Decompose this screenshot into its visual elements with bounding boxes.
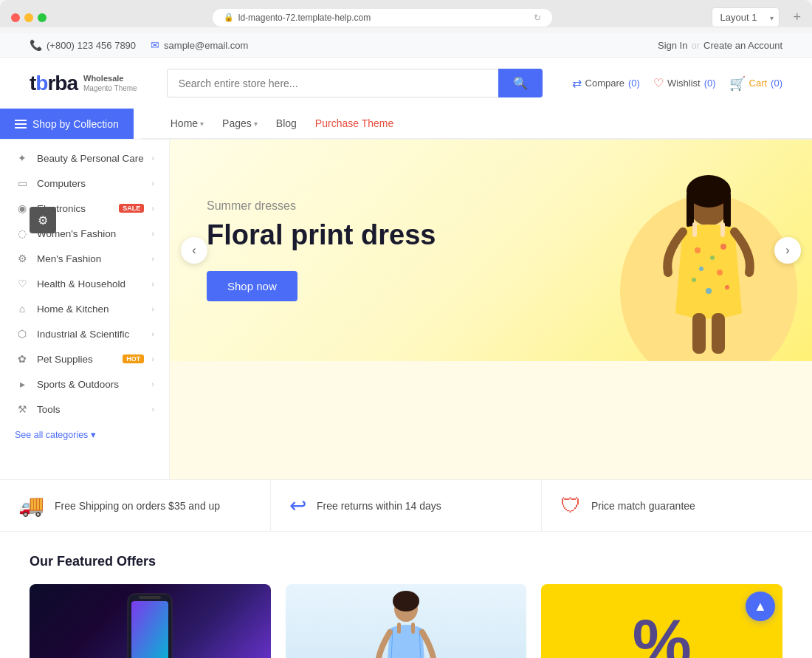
browser-chrome: 🔒 ld-magento-72.template-help.com ↻ Layo… (0, 0, 812, 27)
top-bar-left: 📞 (+800) 123 456 7890 ✉ sample@email.com (30, 39, 248, 51)
sidebar-item-health[interactable]: ♡ Health & Household › (0, 271, 169, 296)
scroll-to-top-button[interactable]: ▲ (746, 592, 775, 621)
slider-prev-button[interactable]: ‹ (181, 237, 207, 264)
tools-icon: ⚒ (15, 403, 30, 415)
featured-card-deals[interactable]: % Shop Today's Deals (541, 584, 782, 658)
search-input[interactable] (167, 69, 498, 97)
compare-label: Compare (585, 78, 625, 89)
shipping-text: Free Shipping on orders $35 and up (55, 500, 220, 512)
nav-purchase-theme[interactable]: Purchase Theme (315, 109, 393, 138)
nav-home[interactable]: Home ▾ (171, 109, 204, 138)
sidebar-item-computers[interactable]: ▭ Computers › (0, 171, 169, 196)
shield-icon: 🛡 (560, 493, 581, 518)
sidebar-item-womens-fashion[interactable]: ◌ Women's Fashion › (0, 221, 169, 246)
sidebar-item-beauty[interactable]: ✦ Beauty & Personal Care › (0, 145, 169, 171)
svg-point-11 (725, 285, 729, 289)
sports-icon: ▸ (15, 378, 30, 390)
header: tbrba Wholesale Magento Theme 🔍 ⇄ Compar… (0, 58, 812, 109)
price-match-text: Price match guarantee (591, 500, 695, 512)
health-icon: ♡ (15, 278, 30, 289)
beauty-icon: ✦ (15, 152, 30, 164)
beauty-arrow: › (151, 154, 154, 162)
sidebar-label-computers: Computers (37, 178, 144, 189)
womens-fashion-arrow: › (151, 229, 154, 238)
nav-pages[interactable]: Pages ▾ (222, 109, 258, 138)
svg-rect-13 (692, 222, 697, 237)
svg-point-6 (710, 256, 715, 260)
electronics-icon: ◉ (15, 202, 30, 214)
cart-link[interactable]: 🛒 Cart (0) (729, 75, 782, 92)
sidebar-item-industrial[interactable]: ⬡ Industrial & Scientific › (0, 321, 169, 346)
sidebar-label-sports: Sports & Outdoors (37, 379, 144, 390)
hero-slider: Summer dresses Floral print dress Shop n… (170, 140, 812, 361)
svg-rect-21 (139, 596, 161, 599)
cart-icon: 🛒 (729, 75, 746, 92)
search-button[interactable]: 🔍 (498, 69, 543, 97)
hero-title: Floral print dress (207, 219, 568, 253)
sidebar-label-home-kitchen: Home & Kitchen (37, 304, 144, 315)
browser-url-bar[interactable]: 🔒 ld-magento-72.template-help.com ↻ (213, 9, 552, 27)
dot-red[interactable] (11, 13, 20, 22)
featured-section-title: Our Featured Offers (30, 554, 782, 569)
hero-background: Summer dresses Floral print dress Shop n… (170, 140, 812, 361)
slider-next-button[interactable]: › (774, 237, 801, 264)
main-layout: ✦ Beauty & Personal Care › ▭ Computers ›… (0, 140, 812, 479)
add-tab-btn[interactable]: + (793, 10, 801, 25)
svg-rect-19 (131, 601, 168, 658)
returns-text: Free returns within 14 days (317, 500, 441, 512)
shipping-icon: 🚚 (18, 493, 44, 518)
featured-card-women[interactable]: Save 10% on Women's Dresses (286, 584, 527, 658)
sidebar-item-home-kitchen[interactable]: ⌂ Home & Kitchen › (0, 296, 169, 321)
benefit-shipping: 🚚 Free Shipping on orders $35 and up (0, 480, 271, 531)
svg-rect-25 (411, 623, 415, 634)
cart-label: Cart (749, 78, 768, 89)
nav-container: Shop by Collection Home ▾ Pages ▾ Blog P… (0, 109, 812, 140)
browser-dots: 🔒 ld-magento-72.template-help.com ↻ Layo… (11, 7, 801, 27)
create-account-link[interactable]: Create an Account (703, 40, 782, 51)
featured-card-galaxy[interactable]: Galaxy S10+ Save $200 on Samsung Galaxy … (30, 584, 271, 658)
logo[interactable]: tbrba Wholesale Magento Theme (30, 72, 137, 95)
settings-gear-button[interactable]: ⚙ (30, 207, 56, 233)
dot-yellow[interactable] (24, 13, 33, 22)
svg-point-23 (393, 591, 419, 611)
sidebar-item-tools[interactable]: ⚒ Tools › (0, 397, 169, 422)
compare-count: (0) (628, 78, 640, 89)
phone-svg (106, 590, 194, 658)
shop-by-button[interactable]: Shop by Collection (0, 109, 134, 139)
womens-fashion-icon: ◌ (15, 227, 30, 239)
tools-arrow: › (151, 405, 154, 414)
search-icon: 🔍 (513, 77, 528, 89)
logo-text: tbrba (30, 72, 78, 95)
svg-rect-4 (723, 191, 731, 228)
mens-fashion-icon: ⚙ (15, 253, 30, 264)
see-all-arrow: ▾ (91, 429, 96, 440)
featured-section: Our Featured Offers (0, 532, 812, 658)
search-bar: 🔍 (167, 69, 543, 97)
hero-shop-now-button[interactable]: Shop now (207, 271, 297, 301)
pet-arrow: › (151, 354, 154, 363)
layout-select[interactable]: Layout 1 (712, 7, 780, 27)
nav-blog[interactable]: Blog (276, 109, 297, 138)
sidebar-item-sports[interactable]: ▸ Sports & Outdoors › (0, 371, 169, 397)
svg-point-9 (717, 270, 723, 275)
sidebar-label-industrial: Industrial & Scientific (37, 329, 144, 340)
featured-grid: Galaxy S10+ Save $200 on Samsung Galaxy … (30, 584, 782, 658)
sidebar-item-electronics[interactable]: ◉ Electronics Sale › (0, 196, 169, 221)
electronics-badge: Sale (119, 204, 144, 213)
wishlist-link[interactable]: ♡ Wishlist (0) (653, 76, 716, 90)
hero-area: Summer dresses Floral print dress Shop n… (170, 140, 812, 479)
women-image (286, 584, 527, 658)
shop-by-label: Shop by Collection (32, 118, 119, 130)
sidebar-item-pet[interactable]: ✿ Pet Supplies Hot › (0, 346, 169, 371)
svg-point-10 (692, 278, 696, 282)
sidebar-item-mens-fashion[interactable]: ⚙ Men's Fashion › (0, 246, 169, 271)
dot-green[interactable] (38, 13, 47, 22)
header-actions: ⇄ Compare (0) ♡ Wishlist (0) 🛒 Cart (0) (572, 75, 782, 92)
svg-point-8 (699, 267, 703, 271)
women-svg (362, 588, 450, 658)
see-all-link[interactable]: See all categories ▾ (0, 422, 169, 448)
nav-home-arrow: ▾ (200, 120, 204, 128)
sign-in-link[interactable]: Sign In (658, 40, 687, 51)
computers-icon: ▭ (15, 177, 30, 189)
compare-link[interactable]: ⇄ Compare (0) (572, 76, 640, 90)
